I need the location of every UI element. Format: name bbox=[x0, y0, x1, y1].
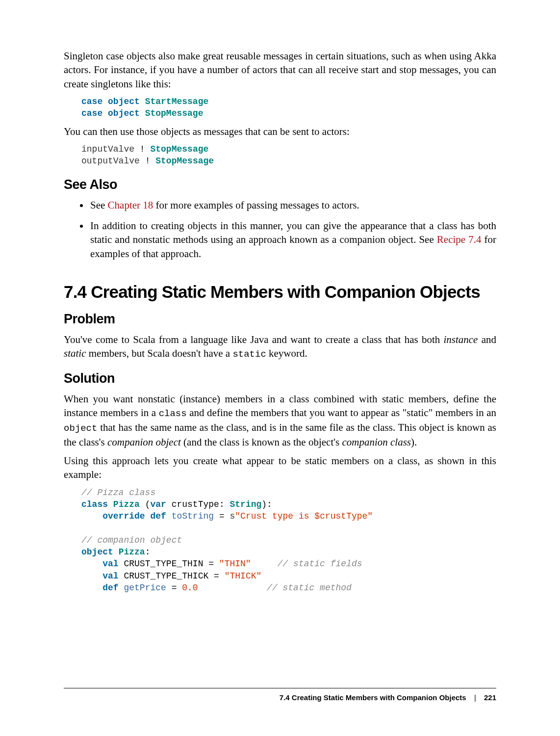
mono-static: static bbox=[232, 349, 266, 360]
text: You've come to Scala from a language lik… bbox=[64, 334, 443, 345]
text: crustType: bbox=[166, 499, 230, 509]
footer-title: 7.4 Creating Static Members with Compani… bbox=[280, 693, 466, 702]
kw-object: object bbox=[81, 547, 113, 557]
list-item: See Chapter 18 for more examples of pass… bbox=[89, 198, 496, 212]
text: ): bbox=[261, 499, 272, 509]
mono-class: class bbox=[159, 408, 187, 419]
type-start: StartMessage bbox=[145, 97, 209, 106]
mono-object: object bbox=[64, 423, 97, 434]
kw-case: case bbox=[81, 108, 102, 118]
type-pizza: Pizza bbox=[113, 499, 140, 509]
chapter-18-link[interactable]: Chapter 18 bbox=[108, 199, 153, 211]
text: and define the members that you want to … bbox=[187, 407, 496, 419]
type-stopmsg: StopMessage bbox=[155, 156, 214, 166]
see-also-heading: See Also bbox=[64, 177, 496, 192]
indent bbox=[81, 511, 102, 521]
type-stopmsg: StopMessage bbox=[150, 144, 208, 154]
indent bbox=[81, 583, 102, 593]
kw-var: var bbox=[150, 499, 166, 509]
solution-paragraph-2: Using this approach lets you create what… bbox=[64, 454, 496, 482]
em-instance: instance bbox=[443, 334, 478, 345]
fn-tostring: toString bbox=[166, 511, 214, 521]
op-bang: ! bbox=[140, 144, 145, 154]
text: CRUST_TYPE_THIN = bbox=[119, 559, 219, 569]
text: (and the class is known as the object's bbox=[181, 436, 342, 448]
ident-output: outputValve bbox=[81, 156, 140, 166]
intro-paragraph-2: You can then use those objects as messag… bbox=[64, 125, 496, 138]
fn-getprice: getPrice bbox=[119, 583, 166, 593]
footer-separator: | bbox=[474, 693, 476, 702]
text: ). bbox=[411, 436, 417, 448]
text: CRUST_TYPE_THICK = bbox=[119, 571, 225, 581]
comment: // static method bbox=[267, 583, 352, 593]
num-zero: 0.0 bbox=[182, 583, 198, 593]
see-also-list: See Chapter 18 for more examples of pass… bbox=[64, 198, 496, 261]
spaces bbox=[251, 559, 278, 569]
text: = bbox=[166, 583, 182, 593]
text: ( bbox=[140, 499, 151, 509]
comment: // static fields bbox=[278, 559, 362, 569]
type-string: String bbox=[229, 499, 261, 509]
kw-case: case bbox=[81, 97, 102, 106]
recipe-7-4-link[interactable]: Recipe 7.4 bbox=[437, 234, 482, 245]
list-item: In addition to creating objects in this … bbox=[89, 219, 496, 261]
text: members, but Scala doesn't have a bbox=[86, 347, 233, 359]
text: for more examples of passing messages to… bbox=[153, 199, 359, 211]
intro-paragraph-1: Singleton case objects also make great r… bbox=[64, 49, 496, 91]
kw-class: class bbox=[81, 499, 108, 509]
indent bbox=[81, 571, 102, 581]
footer-page-number: 221 bbox=[484, 693, 496, 702]
text: keyword. bbox=[266, 347, 307, 359]
problem-heading: Problem bbox=[64, 312, 496, 327]
kw-object: object bbox=[108, 97, 140, 106]
page-footer: 7.4 Creating Static Members with Compani… bbox=[64, 688, 496, 702]
solution-heading: Solution bbox=[64, 371, 496, 386]
kw-def: def bbox=[102, 583, 118, 593]
kw-val: val bbox=[102, 571, 118, 581]
string-thick: "THICK" bbox=[225, 571, 262, 581]
code-block-pizza: // Pizza class class Pizza (var crustTyp… bbox=[81, 487, 496, 594]
solution-paragraph-1: When you want nonstatic (instance) membe… bbox=[64, 392, 496, 449]
kw-val: val bbox=[102, 559, 118, 569]
text: : bbox=[145, 547, 151, 557]
page: Singleton case objects also make great r… bbox=[0, 0, 560, 736]
em-static: static bbox=[64, 347, 86, 359]
indent bbox=[81, 559, 102, 569]
string-literal: "Crust type is $crustType" bbox=[235, 511, 373, 521]
text: and bbox=[478, 334, 496, 345]
comment: // Pizza class bbox=[81, 488, 155, 498]
em-companion-object: companion object bbox=[107, 436, 181, 448]
code-block-singletons: case object StartMessage case object Sto… bbox=[81, 96, 496, 120]
recipe-title: 7.4 Creating Static Members with Compani… bbox=[64, 282, 496, 302]
problem-paragraph: You've come to Scala from a language lik… bbox=[64, 333, 496, 361]
kw-override: override bbox=[102, 511, 145, 521]
em-companion-class: companion class bbox=[342, 436, 411, 448]
comment: // companion object bbox=[81, 535, 182, 545]
type-pizza-obj: Pizza bbox=[119, 547, 145, 557]
string-thin: "THIN" bbox=[219, 559, 251, 569]
text: See bbox=[90, 199, 108, 211]
text: In addition to creating objects in this … bbox=[90, 220, 496, 245]
kw-object: object bbox=[108, 108, 140, 118]
kw-def: def bbox=[150, 511, 166, 521]
spaces bbox=[198, 583, 267, 593]
type-stop: StopMessage bbox=[145, 108, 204, 118]
code-block-messages: inputValve ! StopMessage outputValve ! S… bbox=[81, 143, 496, 167]
text: = bbox=[214, 511, 229, 521]
ident-input: inputValve bbox=[81, 144, 134, 154]
s-interp: s bbox=[229, 511, 235, 521]
op-bang: ! bbox=[145, 156, 151, 166]
